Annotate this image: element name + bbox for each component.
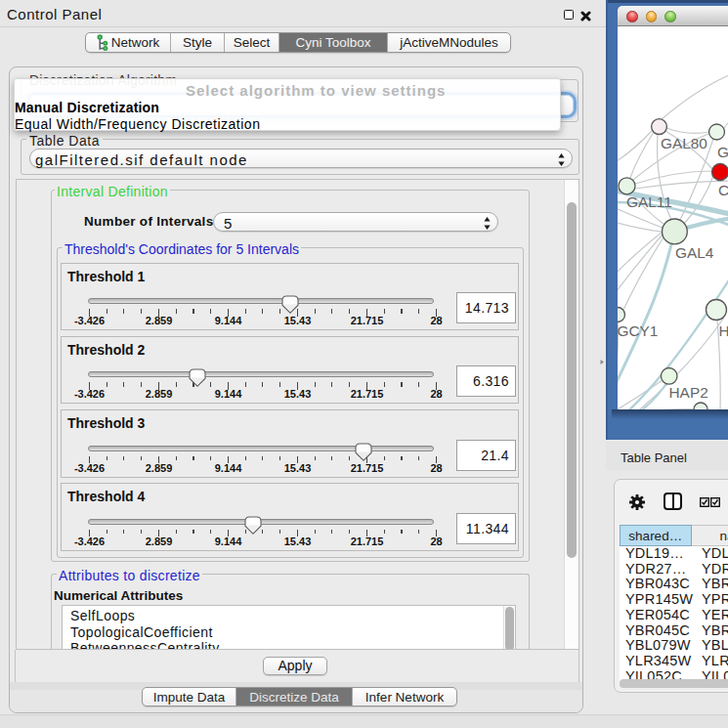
svg-text:GCY1: GCY1 xyxy=(618,322,658,339)
svg-text:HAP2: HAP2 xyxy=(669,384,708,401)
svg-text:GA: GA xyxy=(717,144,728,160)
svg-text:H: H xyxy=(719,322,728,339)
svg-text:GAL80: GAL80 xyxy=(661,135,707,151)
svg-text:GAL11: GAL11 xyxy=(626,193,672,210)
svg-text:GAL4: GAL4 xyxy=(675,244,714,261)
svg-text:C: C xyxy=(718,182,728,198)
